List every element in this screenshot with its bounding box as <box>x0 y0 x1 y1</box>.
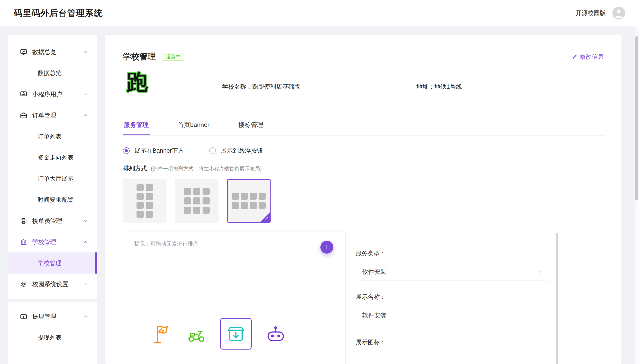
sidebar-subitem-label: 时间要求配置 <box>38 196 74 204</box>
user-icon <box>612 7 625 20</box>
settings-icon <box>20 280 27 288</box>
service-type-select[interactable]: 软件安装 <box>356 263 549 280</box>
service-icons-row <box>152 318 286 350</box>
edit-info-link[interactable]: 修改信息 <box>572 53 604 61</box>
sidebar-item-withdraw-management[interactable]: 提现管理 <box>8 306 97 327</box>
sidebar: 数据总览 数据总览 小程序用户 订单管理 订单列表 资金走向列表 订单大厅展示 … <box>8 35 97 364</box>
layout-3col-grid <box>184 188 210 214</box>
sidebar-subitem-label: 订单大厅展示 <box>38 175 74 183</box>
school-logo: 跑 <box>127 68 148 97</box>
sidebar-subitem-data-overview[interactable]: 数据总览 <box>8 62 97 84</box>
sidebar-subitem-withdraw-list[interactable]: 提现列表 <box>8 327 97 348</box>
arrange-note: (选择一项排列方式，将在小程序端首页展示布局) <box>151 166 262 172</box>
sidebar-item-data-overview[interactable]: 数据总览 <box>8 41 97 62</box>
layout-option-2col[interactable] <box>123 179 167 223</box>
page-scrollbar-thumb[interactable] <box>635 36 638 200</box>
tab-service-management[interactable]: 服务管理 <box>123 115 150 135</box>
chevron-down-icon <box>537 269 543 275</box>
sidebar-item-school-management[interactable]: 学校管理 <box>8 231 97 252</box>
layout-options: ✓ <box>123 179 604 223</box>
service-editor-panel: 提示：可拖动元素进行排序 + <box>123 232 604 364</box>
school-address-text: 地址：地铁1号线 <box>416 83 462 91</box>
page-title-row: 学校管理 运营中 修改信息 <box>123 51 604 62</box>
chevron-down-icon <box>83 281 89 287</box>
service-form: 服务类型： 软件安装 展示名称： 展示图标： <box>346 232 556 364</box>
page-title: 学校管理 <box>123 51 156 62</box>
layout-option-4col[interactable]: ✓ <box>227 179 271 223</box>
sidebar-subitem-school-management[interactable]: 学校管理 <box>8 252 97 274</box>
data-overview-icon <box>20 48 27 56</box>
school-icon <box>20 238 27 246</box>
sidebar-item-label: 学校管理 <box>32 238 56 246</box>
sidebar-item-label: 校园系统设置 <box>32 280 68 288</box>
sidebar-item-order-management[interactable]: 订单管理 <box>8 105 97 126</box>
chevron-up-icon <box>83 239 89 245</box>
main-content-card: 学校管理 运营中 修改信息 跑 学校名称：跑腿便利店基础版 地址：地铁1号线 服… <box>105 35 621 364</box>
flag-icon <box>152 324 172 344</box>
status-badge: 运营中 <box>162 53 184 61</box>
service-sort-panel: 提示：可拖动元素进行排序 + <box>123 232 346 364</box>
school-name-text: 学校名称：跑腿便利店基础版 <box>222 83 300 91</box>
sidebar-subitem-label: 订单列表 <box>38 132 62 140</box>
arrange-row: 排列方式 (选择一项排列方式，将在小程序端首页展示布局) <box>123 164 604 172</box>
tab-home-banner[interactable]: 首页banner <box>177 115 210 135</box>
radio-floating-button[interactable] <box>209 147 216 154</box>
gamepad-icon <box>265 324 286 344</box>
sidebar-subitem-label: 资金走向列表 <box>38 154 74 162</box>
app-header: 码里码外后台管理系统 开源校园版 <box>0 0 639 26</box>
app-title: 码里码外后台管理系统 <box>14 7 103 19</box>
order-taker-icon <box>20 217 27 225</box>
service-type-label: 服务类型： <box>356 249 556 257</box>
edit-icon <box>572 54 578 60</box>
sidebar-item-label: 数据总览 <box>32 48 56 56</box>
layout-option-3col[interactable] <box>175 179 219 223</box>
scooter-icon <box>186 324 206 344</box>
sidebar-subitem-order-hall-display[interactable]: 订单大厅展示 <box>8 168 97 189</box>
order-management-icon <box>20 112 27 119</box>
sidebar-item-order-taker-management[interactable]: 接单员管理 <box>8 210 97 231</box>
layout-2col-grid <box>137 184 153 218</box>
chevron-up-icon <box>83 314 89 319</box>
chevron-up-icon <box>83 49 89 55</box>
sidebar-item-label: 接单员管理 <box>32 217 62 225</box>
radio-banner-below[interactable] <box>123 147 130 154</box>
layout-4col-grid <box>232 193 266 209</box>
arrange-label: 排列方式 <box>123 165 147 172</box>
display-name-input[interactable] <box>356 307 549 324</box>
drag-hint-text: 提示：可拖动元素进行排序 <box>134 240 198 247</box>
sidebar-subitem-time-requirement-config[interactable]: 时间要求配置 <box>8 189 97 210</box>
edition-label: 开源校园版 <box>576 9 606 17</box>
edit-info-label: 修改信息 <box>580 53 604 61</box>
chevron-down-icon <box>83 91 89 97</box>
sidebar-item-label: 小程序用户 <box>32 90 62 98</box>
avatar[interactable] <box>612 7 625 20</box>
service-type-value: 软件安装 <box>362 268 386 276</box>
school-info-row: 跑 学校名称：跑腿便利店基础版 地址：地铁1号线 <box>123 67 604 114</box>
radio-floating-button-label: 展示到悬浮按钮 <box>221 147 263 155</box>
sidebar-item-campus-system-settings[interactable]: 校园系统设置 <box>8 274 97 295</box>
service-icon-gamepad[interactable] <box>265 324 286 344</box>
sidebar-subitem-label: 提现列表 <box>38 334 62 342</box>
add-service-button[interactable]: + <box>320 241 333 254</box>
form-scrollbar-thumb[interactable] <box>556 233 558 364</box>
sidebar-subitem-order-list[interactable]: 订单列表 <box>8 126 97 147</box>
tab-building-management[interactable]: 楼栋管理 <box>237 115 264 135</box>
mini-program-users-icon <box>20 90 27 98</box>
selected-check-icon: ✓ <box>265 216 269 222</box>
display-position-radio-group: 展示在Banner下方 展示到悬浮按钮 <box>123 147 604 155</box>
service-icon-scooter[interactable] <box>186 324 206 344</box>
radio-banner-below-label: 展示在Banner下方 <box>135 147 184 155</box>
service-icon-flag[interactable] <box>152 324 172 344</box>
sidebar-item-label: 订单管理 <box>32 111 56 119</box>
service-icon-package-selected[interactable] <box>220 318 252 350</box>
sidebar-divider <box>8 299 97 302</box>
chevron-down-icon <box>83 218 89 224</box>
tab-bar: 服务管理 首页banner 楼栋管理 <box>123 115 604 136</box>
sidebar-item-label: 提现管理 <box>32 312 56 320</box>
sidebar-item-mini-program-users[interactable]: 小程序用户 <box>8 84 97 105</box>
header-right: 开源校园版 <box>576 7 625 20</box>
sidebar-subitem-fund-flow-list[interactable]: 资金走向列表 <box>8 147 97 168</box>
service-management-pane: 展示在Banner下方 展示到悬浮按钮 排列方式 (选择一项排列方式，将在小程序… <box>123 136 604 364</box>
package-icon <box>226 324 246 344</box>
withdraw-icon <box>20 313 27 320</box>
